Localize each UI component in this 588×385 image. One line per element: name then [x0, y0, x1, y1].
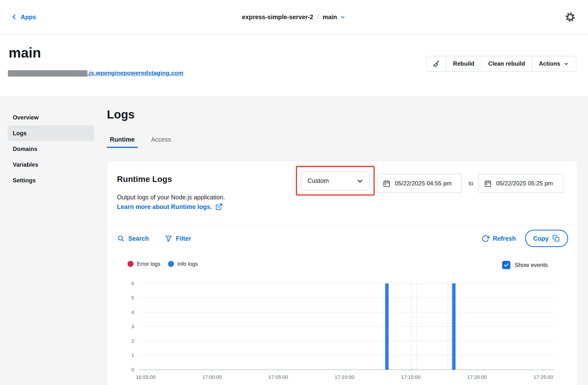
- page-title: main: [9, 45, 41, 61]
- filter-icon: [165, 234, 172, 242]
- logs-tabs: Runtime Access: [107, 132, 174, 148]
- svg-text:17:00:00: 17:00:00: [202, 374, 222, 380]
- chart-legend: Error logs Info logs: [127, 261, 198, 267]
- sidebar-item-settings[interactable]: Settings: [8, 173, 94, 188]
- chevron-down-icon: [340, 14, 346, 20]
- svg-text:5: 5: [131, 295, 134, 300]
- breadcrumb-app-name: express-simple-server-2: [242, 13, 313, 21]
- learn-more-link[interactable]: Learn more about Runtime logs.: [117, 203, 223, 211]
- legend-item-info-logs: Info logs: [168, 261, 198, 267]
- svg-text:17:15:00: 17:15:00: [401, 374, 420, 380]
- runtime-logs-chart: 012345616:55:0017:00:0017:05:0017:10:001…: [117, 277, 563, 385]
- main-panel: Logs Runtime Access Runtime Logs Output …: [107, 96, 577, 385]
- card-divider: [107, 226, 577, 226]
- refresh-button[interactable]: Refresh: [482, 234, 516, 242]
- environment-switcher[interactable]: main: [322, 13, 346, 21]
- time-range-select[interactable]: Custom: [301, 171, 370, 190]
- actions-menu-label: Actions: [539, 61, 560, 67]
- copy-button[interactable]: Copy: [525, 230, 568, 247]
- svg-text:4: 4: [131, 309, 134, 315]
- content-area: Overview Logs Domains Variables Settings…: [0, 96, 588, 385]
- svg-text:17:25:00: 17:25:00: [533, 374, 553, 380]
- svg-text:6: 6: [131, 280, 134, 286]
- external-link-icon: [215, 203, 223, 211]
- time-range-value: Custom: [308, 177, 329, 184]
- calendar-icon: [383, 180, 391, 187]
- runtime-logs-card: Runtime Logs Output logs of your Node.js…: [107, 160, 577, 385]
- tab-runtime[interactable]: Runtime: [107, 132, 138, 148]
- date-to-value: 05/22/2025 05:25 pm: [496, 180, 553, 187]
- section-title: Logs: [107, 108, 135, 122]
- range-to-label: to: [464, 174, 478, 193]
- svg-text:17:20:00: 17:20:00: [467, 374, 487, 380]
- sidebar: Overview Logs Domains Variables Settings: [8, 110, 94, 189]
- sidebar-item-domains[interactable]: Domains: [8, 141, 94, 157]
- search-icon: [117, 234, 125, 242]
- learn-more-label: Learn more about Runtime logs.: [117, 203, 212, 210]
- date-from-input[interactable]: 05/22/2025 04:55 pm: [377, 174, 462, 193]
- logs-toolbar: Search Filter: [117, 230, 568, 247]
- clean-rebuild-button[interactable]: Clean rebuild: [481, 56, 532, 71]
- calendar-icon: [484, 180, 492, 187]
- sidebar-item-overview[interactable]: Overview: [8, 110, 94, 125]
- breadcrumb: express-simple-server-2 / main: [242, 13, 346, 21]
- filter-button[interactable]: Filter: [165, 234, 191, 242]
- search-button[interactable]: Search: [117, 234, 149, 242]
- refresh-label: Refresh: [493, 235, 516, 242]
- svg-text:17:10:00: 17:10:00: [335, 374, 355, 380]
- svg-text:16:55:00: 16:55:00: [136, 374, 155, 380]
- rebuild-button[interactable]: Rebuild: [446, 56, 481, 71]
- svg-text:2: 2: [131, 338, 134, 344]
- environment-url-row: .js.wpenginepoweredstaging.com: [8, 70, 184, 76]
- environment-url-link[interactable]: .js.wpenginepoweredstaging.com: [87, 70, 184, 76]
- date-to-input[interactable]: 05/22/2025 05:25 pm: [479, 174, 563, 193]
- show-events-control: Show events: [502, 261, 548, 269]
- info-logs-label: Info logs: [177, 261, 198, 267]
- back-to-apps-link[interactable]: Apps: [11, 13, 36, 21]
- error-logs-dot: [127, 261, 133, 267]
- svg-text:1: 1: [131, 352, 134, 358]
- environment-actions: Rebuild Clean rebuild Actions: [426, 56, 576, 71]
- refresh-icon: [482, 234, 489, 242]
- actions-menu-button[interactable]: Actions: [532, 56, 576, 71]
- chevron-down-icon: [563, 61, 569, 67]
- legend-item-error-logs: Error logs: [127, 261, 160, 267]
- annotation-highlight-box: Custom: [296, 166, 375, 196]
- svg-text:17:05:00: 17:05:00: [269, 374, 288, 380]
- redacted-url-segment: [8, 70, 87, 76]
- top-bar: Apps express-simple-server-2 / main: [0, 0, 588, 34]
- environment-header: main .js.wpenginepoweredstaging.com Rebu…: [0, 34, 588, 96]
- info-logs-dot: [168, 261, 174, 267]
- broom-icon: [432, 60, 441, 68]
- search-label: Search: [128, 235, 149, 242]
- show-events-checkbox[interactable]: [502, 261, 511, 269]
- svg-text:0: 0: [131, 367, 134, 372]
- gear-icon: [565, 11, 576, 23]
- copy-icon: [552, 235, 560, 242]
- date-from-value: 05/22/2025 04:55 pm: [395, 180, 452, 187]
- svg-text:3: 3: [131, 323, 134, 329]
- show-events-label: Show events: [515, 262, 548, 268]
- card-title: Runtime Logs: [117, 175, 172, 184]
- back-label: Apps: [21, 13, 36, 21]
- chevron-down-icon: [356, 177, 364, 185]
- sidebar-item-variables[interactable]: Variables: [8, 157, 94, 173]
- filter-label: Filter: [176, 235, 191, 242]
- clean-cache-button[interactable]: [426, 56, 446, 71]
- tab-access[interactable]: Access: [148, 132, 174, 148]
- environment-name: main: [322, 13, 337, 21]
- card-description: Output logs of your Node.js application.: [117, 194, 225, 201]
- sidebar-item-logs[interactable]: Logs: [8, 125, 94, 141]
- settings-gear-button[interactable]: [565, 11, 576, 23]
- breadcrumb-separator: /: [317, 13, 319, 21]
- app-window: Apps express-simple-server-2 / main main…: [0, 0, 588, 385]
- error-logs-label: Error logs: [137, 261, 160, 267]
- chevron-left-icon: [11, 13, 18, 21]
- copy-label: Copy: [533, 235, 549, 242]
- check-icon: [503, 262, 509, 268]
